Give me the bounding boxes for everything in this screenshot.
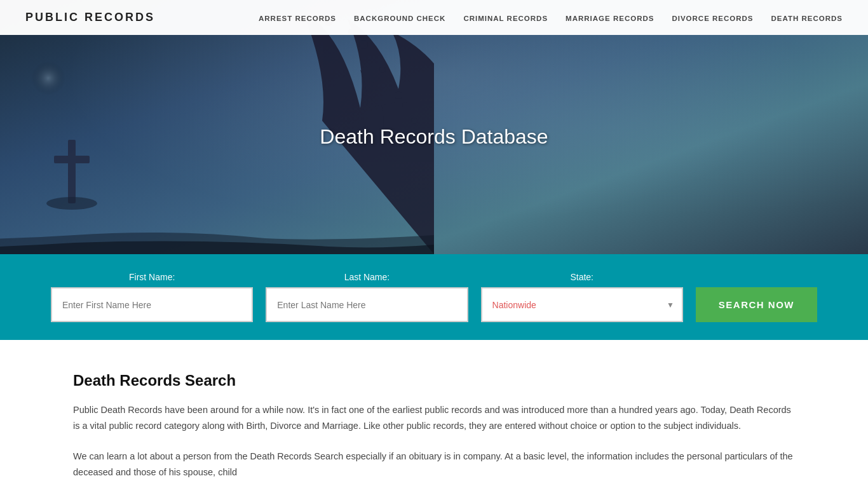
nav-link-death[interactable]: DEATH RECORDS: [771, 15, 843, 22]
nav-link-marriage[interactable]: MARRIAGE RECORDS: [566, 15, 654, 22]
svg-rect-18: [54, 156, 90, 163]
svg-point-0: [0, 38, 100, 152]
state-field: State: NationwideAlabamaAlaskaArizonaArk…: [481, 272, 683, 322]
navbar: PUBLIC RECORDS ARREST RECORDS BACKGROUND…: [0, 0, 868, 35]
nav-item-arrest[interactable]: ARREST RECORDS: [259, 12, 336, 24]
paragraph-1: Public Death Records have been around fo…: [73, 402, 795, 435]
svg-point-14: [402, 102, 407, 107]
content-section: Death Records Search Public Death Record…: [0, 340, 868, 488]
last-name-field: Last Name:: [266, 272, 468, 322]
nav-links: ARREST RECORDS BACKGROUND CHECK CRIMINAL…: [259, 12, 843, 24]
search-button[interactable]: SEARCH NOW: [696, 287, 817, 322]
first-name-label: First Name:: [51, 272, 253, 282]
nav-item-marriage[interactable]: MARRIAGE RECORDS: [566, 12, 654, 24]
search-section: First Name: Last Name: State: Nationwide…: [0, 254, 868, 340]
svg-point-9: [379, 67, 386, 73]
nav-item-death[interactable]: DEATH RECORDS: [771, 12, 843, 24]
svg-point-13: [411, 118, 417, 124]
last-name-label: Last Name:: [266, 272, 468, 282]
hero-section: Death Records Database: [0, 0, 868, 254]
hero-title: Death Records Database: [320, 125, 548, 149]
first-name-input[interactable]: [51, 287, 253, 322]
nav-item-divorce[interactable]: DIVORCE RECORDS: [672, 12, 753, 24]
svg-rect-17: [68, 140, 76, 203]
state-select[interactable]: NationwideAlabamaAlaskaArizonaArkansasCa…: [481, 287, 683, 322]
nav-link-arrest[interactable]: ARREST RECORDS: [259, 15, 336, 22]
nav-link-criminal[interactable]: CRIMINAL RECORDS: [463, 15, 548, 22]
last-name-input[interactable]: [266, 287, 468, 322]
svg-point-19: [46, 197, 97, 210]
nav-link-divorce[interactable]: DIVORCE RECORDS: [672, 15, 753, 22]
nav-item-background[interactable]: BACKGROUND CHECK: [354, 12, 445, 24]
nav-item-criminal[interactable]: CRIMINAL RECORDS: [463, 12, 548, 24]
state-select-wrapper: NationwideAlabamaAlaskaArizonaArkansasCa…: [481, 287, 683, 322]
first-name-field: First Name:: [51, 272, 253, 322]
nav-link-background[interactable]: BACKGROUND CHECK: [354, 15, 445, 22]
svg-point-10: [359, 40, 368, 49]
site-logo[interactable]: PUBLIC RECORDS: [25, 11, 155, 24]
svg-point-8: [395, 92, 402, 99]
state-label: State:: [481, 272, 683, 282]
paragraph-2: We can learn a lot about a person from t…: [73, 449, 795, 481]
section-title: Death Records Search: [73, 372, 795, 390]
